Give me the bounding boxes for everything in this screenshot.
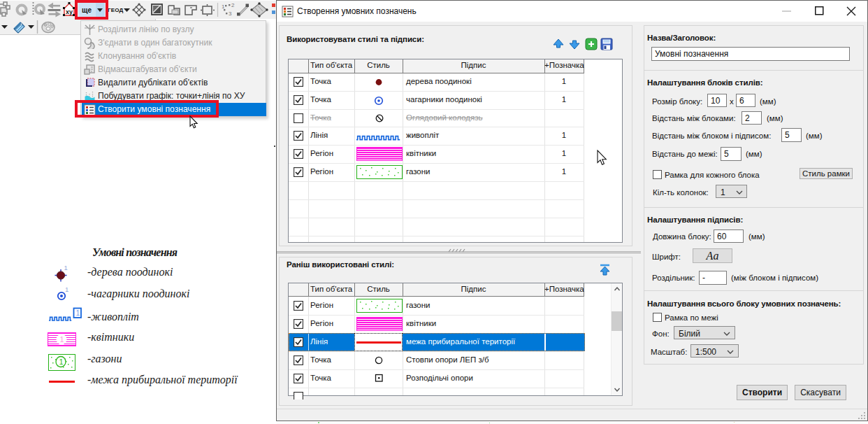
svg-text:1: 1	[65, 285, 68, 293]
svg-text:1: 1	[64, 264, 68, 271]
svg-text:1: 1	[222, 3, 225, 10]
svg-text:ГЕОД: ГЕОД	[108, 7, 124, 13]
svg-text:3: 3	[229, 10, 232, 17]
svg-text:ху: ху	[66, 8, 73, 15]
svg-text:1: 1	[60, 335, 64, 344]
svg-text:1: 1	[59, 358, 64, 366]
svg-text:1: 1	[76, 309, 80, 317]
svg-text:2: 2	[231, 2, 235, 8]
